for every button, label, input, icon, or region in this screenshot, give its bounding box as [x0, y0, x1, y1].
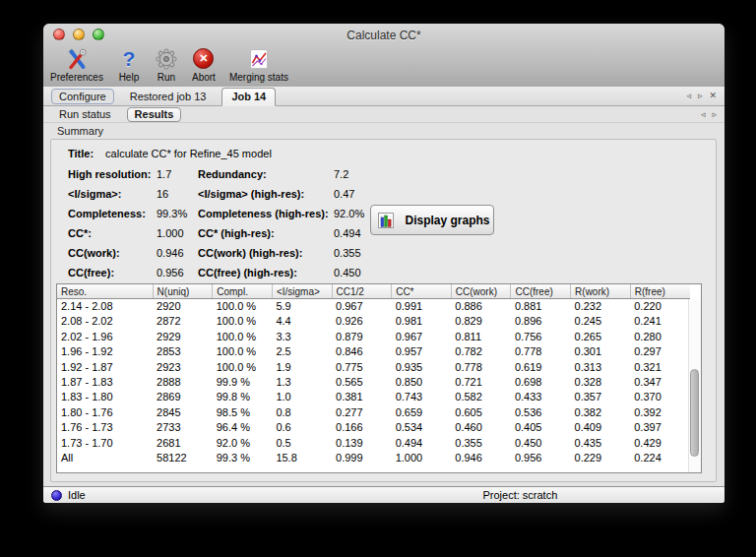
table-cell: 0.265 [571, 330, 631, 344]
table-row[interactable]: 1.96 - 1.922853100.0 %2.50.8460.9570.782… [57, 344, 690, 359]
table-cell: 0.229 [571, 451, 631, 465]
stat-value: 1.7 [157, 168, 171, 180]
display-graphs-button[interactable]: Display graphs [370, 205, 494, 235]
subtab-scroll-right-icon[interactable]: ▹ [712, 110, 717, 119]
column-header-i-sigma[interactable]: <I/sigma> [272, 284, 332, 299]
table-row[interactable]: 1.83 - 1.80286999.8 %1.00.3810.7430.5820… [57, 390, 690, 404]
table-cell: 99.3 % [213, 451, 273, 465]
column-header-r-free[interactable]: R(free) [630, 284, 690, 299]
merging-stats-icon [247, 46, 271, 71]
table-cell: 2845 [153, 405, 213, 420]
table-cell: 0.460 [451, 420, 511, 435]
table-row[interactable]: All5812299.3 %15.80.9991.0000.9460.9560.… [57, 451, 690, 465]
table-cell: 92.0 % [213, 436, 273, 451]
table-cell: 1.000 [392, 451, 452, 465]
column-header-reso[interactable]: Reso. [57, 284, 153, 299]
table-cell: 100.0 % [213, 299, 273, 315]
column-header-cc1-2[interactable]: CC1/2 [332, 284, 392, 299]
table-cell: 2853 [153, 344, 213, 359]
tab-scroll-right-icon[interactable]: ▹ [698, 92, 703, 100]
column-header-n-uniq[interactable]: N(uniq) [153, 284, 213, 299]
toolbar-run-button[interactable]: Run [152, 45, 181, 84]
table-cell: 0.778 [451, 360, 511, 375]
toolbar-help-button[interactable]: ?Help [114, 45, 144, 84]
stat-label-highres: Redundancy: [198, 168, 267, 180]
toolbar-merging-stats-button[interactable]: Merging stats [226, 45, 291, 84]
table-cell: 0.619 [511, 360, 571, 375]
scrollbar-thumb[interactable] [690, 369, 699, 457]
table-cell: 0.956 [511, 451, 571, 465]
tab-close-icon[interactable]: ✕ [709, 92, 717, 100]
table-cell: 0.409 [571, 420, 631, 435]
table-cell: 0.435 [571, 436, 631, 451]
stat-value-highres: 7.2 [334, 168, 348, 180]
table-cell: 0.926 [332, 314, 392, 329]
column-header-compl[interactable]: Compl. [213, 284, 273, 299]
column-header-cc-work[interactable]: CC(work) [451, 284, 511, 299]
table-cell: 2920 [153, 299, 213, 315]
table-cell: 2.02 - 1.96 [57, 330, 153, 344]
table-row[interactable]: 2.14 - 2.082920100.0 %5.90.9670.9910.886… [57, 299, 690, 315]
tab-job-14[interactable]: Job 14 [221, 88, 276, 106]
subtab-run-status[interactable]: Run status [51, 107, 119, 121]
stat-value: 16 [157, 188, 168, 200]
table-row[interactable]: 1.92 - 1.872923100.0 %1.90.7750.9350.778… [57, 360, 690, 375]
table-cell: 0.347 [630, 375, 690, 390]
result-tab-nav: ◃ ▹ [701, 110, 717, 119]
stat-label-highres: CC(work) (high-res): [198, 247, 302, 259]
table-row[interactable]: 1.87 - 1.83288899.9 %1.30.5650.8500.7210… [57, 375, 690, 390]
column-header-r-work[interactable]: R(work) [571, 284, 631, 299]
table-cell: 0.450 [511, 436, 571, 451]
table-cell: 0.846 [332, 344, 392, 359]
table-row[interactable]: 2.02 - 1.962929100.0 %3.30.8790.9670.811… [57, 330, 690, 344]
tab-scroll-left-icon[interactable]: ◃ [686, 92, 691, 100]
table-cell: 0.756 [511, 330, 571, 344]
table-row[interactable]: 1.73 - 1.70268192.0 %0.50.1390.4940.3550… [57, 436, 690, 451]
tab-configure[interactable]: Configure [51, 89, 114, 104]
stat-label: Completeness: [68, 208, 146, 219]
abort-icon: ✕ [192, 46, 216, 71]
table-cell: 0.582 [451, 390, 511, 404]
table-cell: 15.8 [272, 451, 332, 465]
stat-value-highres: 92.0% [334, 208, 364, 219]
table-cell: 0.429 [630, 436, 690, 451]
stat-value: 0.946 [157, 247, 184, 259]
table-cell: 2888 [153, 375, 213, 390]
table-cell: 58122 [153, 451, 213, 465]
status-text: Idle [68, 489, 86, 501]
table-cell: 0.896 [511, 314, 571, 329]
table-row[interactable]: 1.76 - 1.73273396.4 %0.60.1660.5340.4600… [57, 420, 690, 435]
bar-chart-icon [374, 208, 398, 232]
job-tabs-list: ConfigureRestored job 13Job 14 [51, 87, 276, 105]
table-cell: 0.782 [451, 344, 511, 359]
table-cell: 0.392 [630, 405, 690, 420]
window-title: Calculate CC* [43, 29, 724, 42]
table-cell: 0.605 [451, 405, 511, 420]
table-row[interactable]: 2.08 - 2.022872100.0 %4.40.9260.9810.829… [57, 314, 690, 329]
summary-stat-row: CC(free):0.956CC(free) (high-res):0.450 [51, 267, 716, 280]
toolbar-abort-button[interactable]: ✕Abort [189, 45, 219, 84]
stat-value-highres: 0.450 [334, 267, 361, 278]
table-cell: 0.405 [511, 420, 571, 435]
table-cell: 0.886 [451, 299, 511, 315]
table-cell: 4.4 [272, 314, 332, 329]
table-cell: 100.0 % [213, 360, 273, 375]
column-header-cc-free[interactable]: CC(free) [511, 284, 571, 299]
table-cell: 0.811 [451, 330, 511, 344]
table-cell: 99.8 % [213, 390, 273, 404]
column-header-cc[interactable]: CC* [392, 284, 452, 299]
subtab-results[interactable]: Results [127, 107, 182, 122]
table-cell: 0.743 [392, 390, 452, 404]
toolbar-preferences-button[interactable]: Preferences [47, 45, 106, 84]
result-tabs-list: Run statusResults [51, 106, 181, 122]
table-cell: 0.313 [571, 360, 631, 375]
gear-icon [155, 46, 178, 71]
tab-restored-job-13[interactable]: Restored job 13 [122, 90, 215, 103]
table-cell: 0.5 [272, 436, 332, 451]
table-row[interactable]: 1.80 - 1.76284598.5 %0.80.2770.6590.6050… [57, 405, 690, 420]
table-vertical-scrollbar[interactable] [688, 299, 701, 472]
subtab-scroll-left-icon[interactable]: ◃ [701, 110, 706, 119]
stat-label-highres: CC(free) (high-res): [198, 267, 297, 278]
stat-label: CC*: [68, 227, 92, 239]
table-cell: 0.357 [571, 390, 631, 404]
